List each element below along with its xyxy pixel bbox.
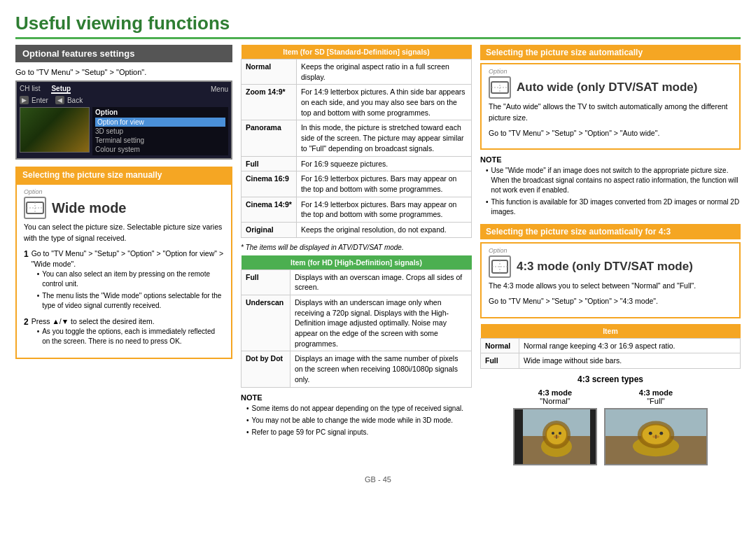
table-row: Full For 16:9 squeeze pictures. — [241, 156, 472, 171]
tv-menu-preview-image — [20, 107, 90, 153]
mid-note-title: NOTE — [241, 393, 472, 402]
hd-desc-2: Displays an image with the same number o… — [290, 351, 472, 387]
table-row: Cinema 14:9* For 14:9 letterbox pictures… — [241, 197, 472, 222]
tv-menu-options: Option Option for view 3D setup Terminal… — [92, 107, 228, 155]
table-row: Zoom 14:9* For 14:9 letterbox pictures. … — [241, 85, 472, 120]
auto-wide-box: Option Auto wide (only DTV/SAT mode) The… — [480, 63, 741, 150]
sd-desc-6: Keeps the original resolution, do not ex… — [296, 222, 471, 237]
hd-table-heading: Item (for HD [High-Definition] signals) — [241, 255, 472, 270]
svg-point-27 — [649, 432, 652, 435]
mid-note-bullet-0: Some items do not appear depending on th… — [246, 404, 472, 414]
auto-wide-title: Auto wide (only DTV/SAT mode) — [517, 80, 697, 94]
hd-desc-1: Displays with an underscan image only wh… — [290, 295, 472, 351]
table-row: Panorama In this mode, the picture is st… — [241, 120, 472, 156]
four3-desc-1: Wide image without side bars. — [519, 353, 741, 369]
right-column: Selecting the picture size automatically… — [480, 45, 741, 465]
step-2-num: 2 — [24, 316, 29, 349]
auto-wide-body2: Go to "TV Menu" > "Setup" > "Option" > "… — [489, 128, 732, 139]
tv-option-item-3[interactable]: Colour system — [95, 145, 225, 154]
screen-types-heading: 4:3 screen types — [480, 374, 741, 384]
sd-label-0: Normal — [241, 59, 297, 85]
sd-table: Item (for SD [Standard-Definition] signa… — [241, 45, 472, 238]
sd-desc-3: For 16:9 squeeze pictures. — [296, 156, 471, 171]
right-note-bullets: Use "Wide mode" if an image does not swi… — [480, 166, 741, 217]
tv-menu-mockup: CH list Setup Menu ▶ Enter ◀ Back Option… — [15, 80, 232, 160]
four3-icon — [489, 255, 511, 278]
auto-wide-icon — [489, 76, 511, 99]
auto-wide-heading: Selecting the picture size automatically — [480, 45, 741, 60]
screen-type-normal-top: 4:3 mode — [513, 388, 597, 397]
wide-mode-steps: 1 Go to "TV Menu" > "Setup" > "Option" >… — [24, 248, 224, 349]
table-row: Normal Keeps the original aspect ratio i… — [241, 59, 472, 85]
mid-note-bullets: Some items do not appear depending on th… — [241, 404, 472, 437]
hd-label-0: Full — [241, 269, 290, 295]
four3-title: 4:3 mode (only DTV/SAT mode) — [517, 260, 693, 274]
lion-image-full — [604, 408, 708, 465]
screen-type-full-bottom: "Full" — [604, 397, 708, 405]
tv-nav-enter: ▶ — [20, 96, 29, 104]
mid-column: Item (for SD [Standard-Definition] signa… — [241, 45, 472, 465]
tv-menu-label: Menu — [211, 85, 228, 93]
go-to-text: Go to "TV Menu" > "Setup" > "Option". — [15, 68, 232, 76]
step-1-bullet-0: You can also select an item by pressing … — [37, 269, 224, 289]
wide-mode-body: You can select the picture size. Selecta… — [24, 222, 224, 244]
table-row: Normal Normal range keeping 4:3 or 16:9 … — [481, 338, 741, 353]
tv-option-item-0[interactable]: Option for view — [95, 118, 225, 127]
sd-label-4: Cinema 16:9 — [241, 171, 297, 197]
step-1-num: 1 — [24, 248, 29, 313]
page-footer: GB - 45 — [15, 475, 741, 484]
sd-label-1: Zoom 14:9* — [241, 85, 297, 120]
select-pic-manual-heading: Selecting the picture size manually — [15, 167, 232, 183]
step-1-text: Go to "TV Menu" > "Setup" > "Option" > "… — [31, 249, 223, 268]
hd-label-1: Underscan — [241, 295, 290, 351]
tv-option-item-2[interactable]: Terminal setting — [95, 136, 225, 145]
four3-table-heading: Item — [481, 324, 741, 339]
sd-desc-0: Keeps the original aspect ratio in a ful… — [296, 59, 471, 85]
four3-heading: Selecting the picture size automatically… — [480, 224, 741, 239]
table-row: Dot by Dot Displays an image with the sa… — [241, 351, 472, 387]
sd-label-6: Original — [241, 222, 297, 237]
wide-mode-title: Wide mode — [52, 200, 127, 216]
option-tag-wide: Option — [24, 188, 43, 195]
wide-mode-icon — [24, 197, 46, 219]
sd-label-2: Panorama — [241, 120, 297, 156]
wide-mode-box: Option Wide mode You can select the pict… — [15, 183, 232, 359]
tv-menu-setup: Setup — [51, 85, 71, 94]
sd-label-3: Full — [241, 156, 297, 171]
screen-type-full-top: 4:3 mode — [604, 388, 708, 397]
asterisk-note: * The items will be displayed in ATV/DTV… — [241, 244, 472, 251]
hd-label-2: Dot by Dot — [241, 351, 290, 387]
right-note-box: NOTE Use "Wide mode" if an image does no… — [480, 155, 741, 217]
page-title: Useful viewing functions — [15, 13, 741, 39]
screen-type-normal-bottom: "Normal" — [513, 397, 597, 405]
screen-type-full: 4:3 mode "Full" — [604, 388, 708, 465]
svg-point-16 — [552, 432, 554, 435]
tv-option-item-1[interactable]: 3D setup — [95, 127, 225, 136]
option-tag-four3: Option — [489, 247, 732, 254]
svg-point-26 — [643, 426, 670, 444]
option-tag-auto-wide: Option — [489, 68, 732, 75]
right-note-title: NOTE — [480, 155, 741, 164]
step-1-bullets: You can also select an item by pressing … — [31, 269, 224, 311]
step-2-bullets: As you toggle the options, each is immed… — [31, 327, 224, 346]
hd-desc-0: Displays with an overscan image. Crops a… — [290, 269, 472, 295]
step-2-bullet-0: As you toggle the options, each is immed… — [37, 327, 224, 346]
opt-features-heading: Optional features settings — [15, 45, 232, 62]
svg-point-28 — [659, 432, 663, 435]
table-row: Underscan Displays with an underscan ima… — [241, 295, 472, 351]
screen-type-normal: 4:3 mode "Normal" — [513, 388, 597, 465]
tv-nav-back-label: Back — [67, 97, 83, 104]
tv-nav-back: ◀ — [55, 96, 64, 104]
table-row: Full Wide image without side bars. — [481, 353, 741, 369]
four3-table: Item Normal Normal range keeping 4:3 or … — [480, 324, 741, 369]
four3-label-0: Normal — [481, 338, 519, 353]
tv-nav-enter-label: Enter — [31, 97, 48, 104]
table-row: Original Keeps the original resolution, … — [241, 222, 472, 237]
right-note-bullet-0: Use "Wide mode" if an image does not swi… — [486, 166, 741, 195]
four3-body2: Go to "TV Menu" > "Setup" > "Option" > "… — [489, 296, 732, 307]
four3-body1: The 4:3 mode allows you to select betwee… — [489, 281, 732, 292]
sd-desc-5: For 14:9 letterbox pictures. Bars may ap… — [296, 197, 471, 222]
sd-desc-1: For 14:9 letterbox pictures. A thin side… — [296, 85, 471, 120]
mid-note-bullet-2: Refer to page 59 for PC signal inputs. — [246, 428, 472, 437]
step-1-bullet-1: The menu lists the "Wide mode" options s… — [37, 291, 224, 311]
